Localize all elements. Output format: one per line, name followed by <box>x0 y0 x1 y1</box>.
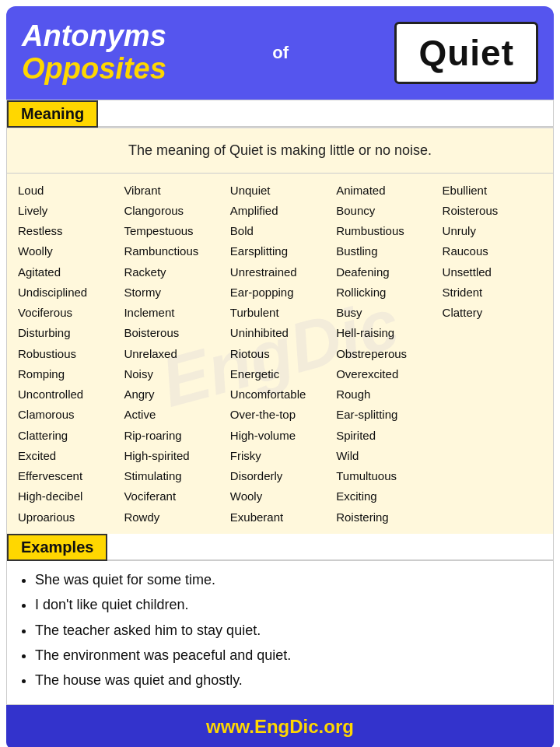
words-col-5: EbullientRoisterousUnrulyRaucousUnsettle… <box>439 181 545 526</box>
word-item: Stormy <box>124 283 223 301</box>
word-item: Vibrant <box>124 181 223 199</box>
word-item: Animated <box>336 181 436 199</box>
word-item: Clamorous <box>18 405 117 423</box>
word-item: Rackety <box>124 263 223 281</box>
words-col-1: LoudLivelyRestlessWoollyAgitatedUndiscip… <box>15 181 121 526</box>
words-grid: LoudLivelyRestlessWoollyAgitatedUndiscip… <box>15 181 545 526</box>
word-item: Vociferant <box>124 487 223 505</box>
meaning-section: Meaning The meaning of Quiet is making l… <box>6 100 554 174</box>
header-of-label: of <box>272 43 289 63</box>
word-item: Unsettled <box>443 263 542 281</box>
word-item: Undisciplined <box>18 283 117 301</box>
word-item: High-decibel <box>18 487 117 505</box>
words-col-4: AnimatedBouncyRumbustiousBustlingDeafeni… <box>333 181 439 526</box>
footer-brand: EngDic <box>254 716 319 737</box>
word-item: Restless <box>18 222 117 240</box>
word-item: Turbulent <box>230 303 330 321</box>
words-col-3: UnquietAmplifiedBoldEarsplittingUnrestra… <box>227 181 333 526</box>
word-item: Exuberant <box>230 508 330 526</box>
word-item: Clangorous <box>124 202 223 219</box>
meaning-divider <box>98 126 553 128</box>
word-item: Amplified <box>230 202 330 219</box>
word-item: Clattery <box>443 303 542 321</box>
meaning-text: The meaning of Quiet is making little or… <box>7 128 553 173</box>
word-item: Unrelaxed <box>124 345 223 363</box>
example-item: The house was quiet and ghostly. <box>35 668 534 693</box>
header-opposites: Opposites <box>22 53 166 86</box>
word-item: Over-the-top <box>230 405 330 423</box>
word-item: Stimulating <box>124 467 223 485</box>
word-item: Roisterous <box>443 202 542 219</box>
word-item: Unrestrained <box>230 263 330 281</box>
word-item: Ear-popping <box>230 283 330 301</box>
words-section: EngDic LoudLivelyRestlessWoollyAgitatedU… <box>6 174 554 534</box>
word-item: Wooly <box>230 487 330 505</box>
word-item: Disturbing <box>18 324 117 342</box>
word-item: Rip-roaring <box>124 426 223 444</box>
word-item: Noisy <box>124 365 223 383</box>
word-item: Wild <box>336 447 436 465</box>
word-item: Agitated <box>18 263 117 281</box>
word-item: Overexcited <box>336 365 436 383</box>
word-item: Bold <box>230 222 330 240</box>
word-item: Excited <box>18 447 117 465</box>
word-item: Deafening <box>336 263 436 281</box>
word-item: Tempestuous <box>124 222 223 240</box>
word-item: Bustling <box>336 242 436 260</box>
example-item: The teacher asked him to stay quiet. <box>35 618 534 643</box>
examples-section: Examples She was quiet for some time.I d… <box>6 534 554 705</box>
footer-end: .org <box>319 716 354 737</box>
word-item: Disorderly <box>230 467 330 485</box>
meaning-label-row: Meaning <box>7 100 553 128</box>
examples-divider <box>107 559 553 561</box>
word-item: Uproarious <box>18 508 117 526</box>
word-item: Roistering <box>336 508 436 526</box>
word-item: Effervescent <box>18 467 117 485</box>
word-item: Romping <box>18 365 117 383</box>
examples-label-row: Examples <box>7 534 553 561</box>
word-item: Strident <box>443 283 542 301</box>
word-item: Tumultuous <box>336 467 436 485</box>
footer: www.EngDic.org <box>6 705 554 747</box>
word-item: Uninhibited <box>230 324 330 342</box>
word-item: Ear-splitting <box>336 405 436 423</box>
word-item: Rumbustious <box>336 222 436 240</box>
footer-plain: www. <box>206 716 254 737</box>
word-item: Boisterous <box>124 324 223 342</box>
word-item: Riotous <box>230 345 330 363</box>
word-item: Loud <box>18 181 117 199</box>
word-item: Inclement <box>124 303 223 321</box>
examples-label: Examples <box>7 534 107 561</box>
word-item: Energetic <box>230 365 330 383</box>
example-item: She was quiet for some time. <box>35 567 534 592</box>
word-item: Frisky <box>230 447 330 465</box>
word-item: Unquiet <box>230 181 330 199</box>
word-item: Obstreperous <box>336 345 436 363</box>
header-title: Antonyms Opposites <box>22 20 166 86</box>
word-item: Raucous <box>443 242 542 260</box>
word-item: Earsplitting <box>230 242 330 260</box>
word-item: High-volume <box>230 426 330 444</box>
word-item: Rough <box>336 385 436 403</box>
word-item: Rambunctious <box>124 242 223 260</box>
word-item: Rowdy <box>124 508 223 526</box>
word-item: Active <box>124 405 223 423</box>
word-item: Uncontrolled <box>18 385 117 403</box>
meaning-label: Meaning <box>7 100 98 128</box>
word-item: Ebullient <box>443 181 542 199</box>
header-antonyms: Antonyms <box>22 20 166 53</box>
word-item: High-spirited <box>124 447 223 465</box>
word-item: Angry <box>124 385 223 403</box>
footer-text: www.EngDic.org <box>6 716 554 738</box>
word-item: Vociferous <box>18 303 117 321</box>
header: Antonyms Opposites of Quiet <box>6 6 554 100</box>
words-col-2: VibrantClangorousTempestuousRambunctious… <box>121 181 226 526</box>
examples-list: She was quiet for some time.I don't like… <box>7 561 553 704</box>
example-item: The environment was peaceful and quiet. <box>35 643 534 668</box>
word-item: Bouncy <box>336 202 436 219</box>
word-item: Busy <box>336 303 436 321</box>
word-item: Clattering <box>18 426 117 444</box>
example-item: I don't like quiet children. <box>35 592 534 617</box>
word-item: Unruly <box>443 222 542 240</box>
word-item: Spirited <box>336 426 436 444</box>
